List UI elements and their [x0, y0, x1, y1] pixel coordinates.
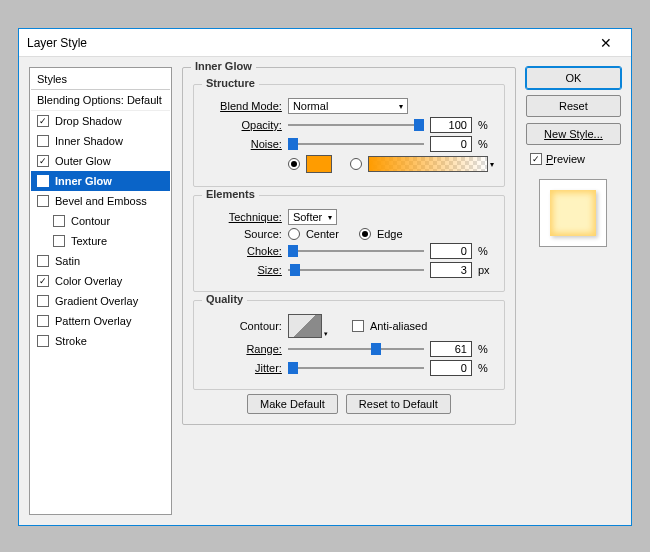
technique-value: Softer [293, 211, 322, 223]
sidebar-item-label: Color Overlay [55, 275, 122, 287]
sidebar-checkbox[interactable] [37, 315, 49, 327]
sidebar-blending-options[interactable]: Blending Options: Default [31, 90, 170, 111]
jitter-label: Jitter: [204, 362, 282, 374]
sidebar-item-label: Outer Glow [55, 155, 111, 167]
contour-picker[interactable]: ▾ [288, 314, 330, 338]
styles-sidebar: Styles Blending Options: Default Drop Sh… [29, 67, 172, 515]
contour-label: Contour: [204, 320, 282, 332]
chevron-down-icon: ▾ [328, 213, 332, 222]
sidebar-checkbox[interactable] [37, 335, 49, 347]
structure-legend: Structure [202, 77, 259, 89]
reset-button[interactable]: Reset [526, 95, 621, 117]
source-center-radio[interactable] [288, 228, 300, 240]
sidebar-item-label: Satin [55, 255, 80, 267]
sidebar-item-label: Gradient Overlay [55, 295, 138, 307]
size-label: Size: [204, 264, 282, 276]
ok-button[interactable]: OK [526, 67, 621, 89]
panel-title: Inner Glow [191, 60, 256, 72]
jitter-slider[interactable] [288, 361, 424, 375]
sidebar-item-label: Contour [71, 215, 110, 227]
sidebar-checkbox[interactable] [37, 255, 49, 267]
sidebar-checkbox[interactable] [37, 135, 49, 147]
reset-to-default-button[interactable]: Reset to Default [346, 394, 451, 414]
preview-label: Preview [546, 153, 585, 165]
elements-fieldset: Elements Technique: Softer ▾ Source: Cen… [193, 195, 505, 292]
sidebar-item-label: Stroke [55, 335, 87, 347]
source-center-label: Center [306, 228, 339, 240]
blend-mode-label: Blend Mode: [204, 100, 282, 112]
opacity-unit: % [478, 119, 494, 131]
close-icon[interactable]: ✕ [589, 29, 623, 57]
sidebar-item-texture[interactable]: Texture [31, 231, 170, 251]
sidebar-item-drop-shadow[interactable]: Drop Shadow [31, 111, 170, 131]
sidebar-checkbox[interactable] [37, 195, 49, 207]
structure-fieldset: Structure Blend Mode: Normal ▾ Opacity: … [193, 84, 505, 187]
quality-fieldset: Quality Contour: ▾ Anti-aliased Range: 6 [193, 300, 505, 390]
gradient-radio[interactable] [350, 158, 362, 170]
new-style-label: New Style... [544, 128, 603, 140]
noise-slider[interactable] [288, 137, 424, 151]
preview-thumbnail [539, 179, 607, 247]
chevron-down-icon: ▾ [399, 102, 403, 111]
sidebar-item-color-overlay[interactable]: Color Overlay [31, 271, 170, 291]
jitter-input[interactable]: 0 [430, 360, 472, 376]
choke-label: Choke: [204, 245, 282, 257]
make-default-button[interactable]: Make Default [247, 394, 338, 414]
anti-aliased-checkbox[interactable] [352, 320, 364, 332]
sidebar-checkbox[interactable] [37, 115, 49, 127]
layer-style-dialog: Layer Style ✕ Styles Blending Options: D… [18, 28, 632, 526]
chevron-down-icon: ▾ [322, 330, 330, 338]
color-radio[interactable] [288, 158, 300, 170]
blend-mode-select[interactable]: Normal ▾ [288, 98, 408, 114]
sidebar-checkbox[interactable] [37, 295, 49, 307]
sidebar-item-label: Pattern Overlay [55, 315, 131, 327]
range-input[interactable]: 61 [430, 341, 472, 357]
choke-unit: % [478, 245, 494, 257]
noise-input[interactable]: 0 [430, 136, 472, 152]
sidebar-item-inner-glow[interactable]: Inner Glow [31, 171, 170, 191]
sidebar-item-label: Texture [71, 235, 107, 247]
anti-aliased-label: Anti-aliased [370, 320, 427, 332]
preview-checkbox[interactable] [530, 153, 542, 165]
sidebar-checkbox[interactable] [37, 155, 49, 167]
opacity-slider[interactable] [288, 118, 424, 132]
color-swatch[interactable] [306, 155, 332, 173]
gradient-bar [368, 156, 488, 172]
sidebar-header[interactable]: Styles [31, 69, 170, 90]
new-style-button[interactable]: New Style... [526, 123, 621, 145]
sidebar-checkbox[interactable] [37, 175, 49, 187]
source-label: Source: [204, 228, 282, 240]
choke-slider[interactable] [288, 244, 424, 258]
source-edge-label: Edge [377, 228, 403, 240]
sidebar-item-bevel-and-emboss[interactable]: Bevel and Emboss [31, 191, 170, 211]
technique-label: Technique: [204, 211, 282, 223]
sidebar-item-label: Inner Glow [55, 175, 112, 187]
range-slider[interactable] [288, 342, 424, 356]
sidebar-item-inner-shadow[interactable]: Inner Shadow [31, 131, 170, 151]
window-title: Layer Style [27, 36, 589, 50]
size-slider[interactable] [288, 263, 424, 277]
sidebar-item-stroke[interactable]: Stroke [31, 331, 170, 351]
sidebar-item-outer-glow[interactable]: Outer Glow [31, 151, 170, 171]
sidebar-item-gradient-overlay[interactable]: Gradient Overlay [31, 291, 170, 311]
technique-select[interactable]: Softer ▾ [288, 209, 337, 225]
contour-thumb [288, 314, 322, 338]
inner-glow-fieldset: Inner Glow Structure Blend Mode: Normal … [182, 67, 516, 425]
chevron-down-icon: ▾ [490, 160, 494, 169]
source-edge-radio[interactable] [359, 228, 371, 240]
opacity-label: Opacity: [204, 119, 282, 131]
titlebar: Layer Style ✕ [19, 29, 631, 57]
sidebar-item-label: Drop Shadow [55, 115, 122, 127]
sidebar-checkbox[interactable] [53, 235, 65, 247]
sidebar-item-contour[interactable]: Contour [31, 211, 170, 231]
size-input[interactable]: 3 [430, 262, 472, 278]
choke-input[interactable]: 0 [430, 243, 472, 259]
opacity-input[interactable]: 100 [430, 117, 472, 133]
sidebar-item-satin[interactable]: Satin [31, 251, 170, 271]
sidebar-checkbox[interactable] [53, 215, 65, 227]
blend-mode-value: Normal [293, 100, 328, 112]
dialog-buttons: OK Reset New Style... Preview [526, 67, 621, 515]
sidebar-checkbox[interactable] [37, 275, 49, 287]
gradient-picker[interactable]: ▾ [368, 156, 494, 172]
sidebar-item-pattern-overlay[interactable]: Pattern Overlay [31, 311, 170, 331]
